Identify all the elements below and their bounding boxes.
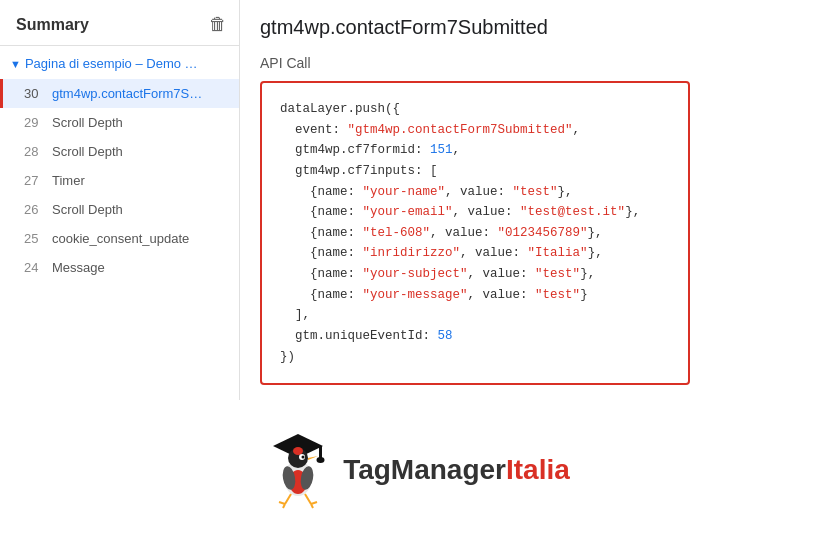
item-label-1: Scroll Depth bbox=[52, 115, 123, 130]
item-label-0: gtm4wp.contactForm7S… bbox=[52, 86, 202, 101]
footer: TagManager Italia bbox=[0, 400, 833, 540]
item-num-5: 25 bbox=[24, 231, 48, 246]
sidebar-item-4[interactable]: 26 Scroll Depth bbox=[0, 195, 239, 224]
item-label-3: Timer bbox=[52, 173, 85, 188]
item-label-6: Message bbox=[52, 260, 105, 275]
main-content: gtm4wp.contactForm7Submitted API Call da… bbox=[240, 0, 833, 400]
item-label-5: cookie_consent_update bbox=[52, 231, 189, 246]
brand-text: TagManager Italia bbox=[343, 454, 570, 486]
item-label-4: Scroll Depth bbox=[52, 202, 123, 217]
api-call-label: API Call bbox=[260, 55, 813, 71]
item-num-4: 26 bbox=[24, 202, 48, 217]
svg-marker-9 bbox=[308, 456, 318, 460]
brand-italia: Italia bbox=[506, 454, 570, 486]
svg-point-2 bbox=[317, 457, 325, 463]
item-label-2: Scroll Depth bbox=[52, 144, 123, 159]
svg-line-12 bbox=[285, 494, 291, 504]
arrow-icon: ▼ bbox=[10, 58, 21, 70]
sidebar-item-0[interactable]: 30 gtm4wp.contactForm7S… bbox=[0, 79, 239, 108]
brand-area: TagManager Italia bbox=[263, 430, 570, 510]
sidebar-item-1[interactable]: 29 Scroll Depth bbox=[0, 108, 239, 137]
section-label: Pagina di esempio – Demo … bbox=[25, 56, 198, 71]
svg-point-6 bbox=[293, 447, 303, 455]
item-num-6: 24 bbox=[24, 260, 48, 275]
sidebar-title: Summary bbox=[16, 16, 89, 34]
code-block: dataLayer.push({ event: "gtm4wp.contactF… bbox=[260, 81, 690, 385]
sidebar-items: 30 gtm4wp.contactForm7S… 29 Scroll Depth… bbox=[0, 79, 239, 282]
svg-line-17 bbox=[311, 504, 313, 508]
sidebar: Summary 🗑 ▼ Pagina di esempio – Demo … 3… bbox=[0, 0, 240, 400]
svg-line-14 bbox=[283, 504, 285, 508]
item-num-3: 27 bbox=[24, 173, 48, 188]
brand-tagmanager: TagManager bbox=[343, 454, 506, 486]
item-num-2: 28 bbox=[24, 144, 48, 159]
svg-point-8 bbox=[302, 456, 305, 459]
item-num-1: 29 bbox=[24, 115, 48, 130]
clear-icon[interactable]: 🗑 bbox=[209, 14, 227, 35]
sidebar-item-6[interactable]: 24 Message bbox=[0, 253, 239, 282]
sidebar-item-5[interactable]: 25 cookie_consent_update bbox=[0, 224, 239, 253]
sidebar-item-3[interactable]: 27 Timer bbox=[0, 166, 239, 195]
sidebar-header: Summary 🗑 bbox=[0, 0, 239, 46]
sidebar-section[interactable]: ▼ Pagina di esempio – Demo … bbox=[0, 46, 239, 79]
sidebar-item-2[interactable]: 28 Scroll Depth bbox=[0, 137, 239, 166]
woodpecker-icon bbox=[263, 430, 333, 510]
item-num-0: 30 bbox=[24, 86, 48, 101]
svg-line-15 bbox=[305, 494, 311, 504]
page-title: gtm4wp.contactForm7Submitted bbox=[260, 16, 813, 39]
